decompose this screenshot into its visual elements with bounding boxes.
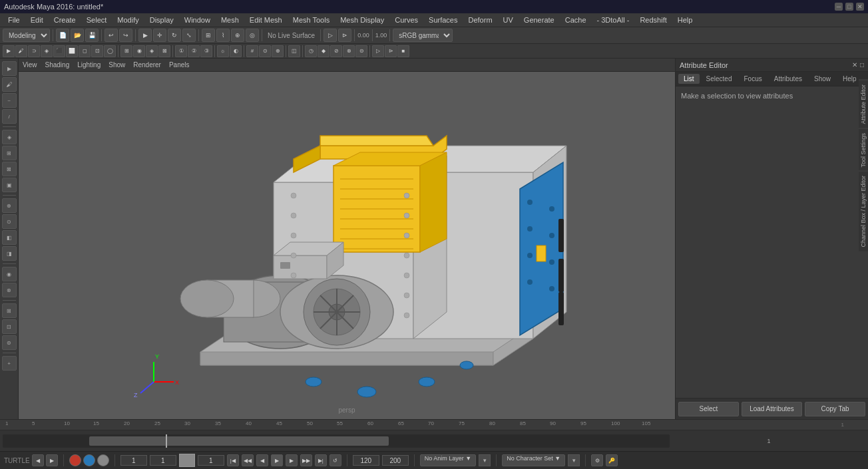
redo-button[interactable]: ↪	[119, 29, 132, 42]
move-tool-button[interactable]: ✛	[153, 29, 166, 42]
viewport-lighting-menu[interactable]: Lighting	[77, 61, 101, 69]
menu-create[interactable]: Create	[49, 15, 81, 25]
menu-edit[interactable]: Edit	[25, 15, 49, 25]
attr-tab-show[interactable]: Show	[809, 74, 836, 84]
menu-mesh-tools[interactable]: Mesh Tools	[288, 15, 335, 25]
ipr-button[interactable]: ⊳	[338, 29, 351, 42]
toolbar2-tex-btn[interactable]: ⊠	[158, 45, 170, 57]
attr-load-button[interactable]: Load Attributes	[742, 402, 802, 416]
anim-layer-dropdown[interactable]: No Anim Layer ▼	[420, 454, 476, 466]
lt-bottom-btn[interactable]: +	[2, 356, 17, 371]
anim-layer-opts-btn[interactable]: ▼	[479, 454, 491, 466]
attr-tab-attributes[interactable]: Attributes	[769, 74, 807, 84]
toolbar2-hud-btn[interactable]: ⊕	[272, 45, 284, 57]
lt-misc2-btn[interactable]: ⊡	[2, 319, 17, 334]
transport-range-start[interactable]	[353, 455, 379, 466]
lt-pivot-btn[interactable]: ⊙	[2, 214, 17, 229]
attr-tab-selected[interactable]: Selected	[701, 74, 738, 84]
toolbar2-shad3-btn[interactable]: ③	[200, 45, 212, 57]
swatch-blue[interactable]	[83, 454, 95, 466]
loop-btn[interactable]: ↺	[329, 454, 341, 466]
toolbar2-mute-btn[interactable]: ⊗	[343, 45, 355, 57]
lt-deform-btn[interactable]: ▣	[2, 178, 17, 192]
edge-tab-tool[interactable]: Tool Settings	[859, 128, 868, 172]
toolbar2-disable-btn[interactable]: ⊝	[355, 45, 367, 57]
toolbar2-edge-btn[interactable]: ⬜	[66, 45, 78, 57]
maximize-button[interactable]: □	[845, 3, 853, 11]
toolbar2-comp-btn[interactable]: ◈	[41, 45, 53, 57]
toolbar2-xray-btn[interactable]: ☼	[217, 45, 229, 57]
toolbar2-anim-btn[interactable]: ◷	[305, 45, 317, 57]
toolbar2-iso-btn[interactable]: ◫	[288, 45, 300, 57]
lt-select-btn[interactable]: ▶	[2, 61, 17, 76]
new-file-button[interactable]: 📄	[56, 29, 69, 42]
close-button[interactable]: ✕	[856, 3, 864, 11]
step-fwd-btn[interactable]: ▶▶	[300, 454, 312, 466]
transport-frame-input3[interactable]	[198, 455, 224, 466]
timeline-ruler[interactable]: 1 5 10 15 20 25 30 35 40 45 50 55 60 65 …	[0, 420, 868, 430]
lt-anno-btn[interactable]: ⊗	[2, 283, 17, 297]
attr-copy-button[interactable]: Copy Tab	[805, 402, 865, 416]
attr-tab-list[interactable]: List	[678, 74, 700, 84]
lt-nurbs-btn[interactable]: ⊞	[2, 146, 17, 160]
auto-key-btn[interactable]: 🔑	[606, 454, 618, 466]
viewport[interactable]: View Shading Lighting Show Renderer Pane…	[19, 59, 675, 419]
lt-subdiv-btn[interactable]: ⊠	[2, 162, 17, 176]
lt-measure-btn[interactable]: ◉	[2, 267, 17, 281]
gamma-dropdown[interactable]: sRGB gamma	[393, 29, 453, 42]
window-controls[interactable]: ─ □ ✕	[835, 3, 864, 11]
toolbar2-render2-btn[interactable]: ▷	[372, 45, 384, 57]
toolbar2-uv-btn[interactable]: ⊡	[91, 45, 103, 57]
select-tool-button[interactable]: ▶	[138, 29, 152, 42]
lt-cut-btn[interactable]: /	[2, 109, 17, 124]
lt-poly-btn[interactable]: ◈	[2, 130, 17, 144]
attr-tab-focus[interactable]: Focus	[738, 74, 767, 84]
toolbar2-cam-btn[interactable]: ⊙	[259, 45, 271, 57]
go-to-start-btn[interactable]: |◀	[227, 454, 239, 466]
transport-range-end[interactable]	[382, 455, 409, 466]
attr-float-btn[interactable]: □	[860, 61, 864, 69]
menu-file[interactable]: File	[3, 15, 25, 25]
toolbar2-lasso-btn[interactable]: ⊃	[28, 45, 40, 57]
toolbar2-vert-btn[interactable]: ◻	[79, 45, 91, 57]
prev-key-btn[interactable]: ◀	[256, 454, 268, 466]
next-key-btn[interactable]: ▶	[286, 454, 298, 466]
menu-edit-mesh[interactable]: Edit Mesh	[244, 15, 288, 25]
transport-frame-input2[interactable]	[150, 455, 176, 466]
menu-help[interactable]: Help	[672, 15, 698, 25]
timeline-track[interactable]	[3, 434, 670, 448]
toolbar2-shad1-btn[interactable]: ①	[175, 45, 187, 57]
toolbar2-face-btn[interactable]: ⬛	[53, 45, 65, 57]
step-back-btn[interactable]: ◀◀	[242, 454, 254, 466]
menu-uv[interactable]: UV	[498, 15, 519, 25]
toolbar2-break-btn[interactable]: ⊘	[330, 45, 342, 57]
mode-dropdown[interactable]: Modeling	[3, 29, 50, 42]
toolbar2-shad2-btn[interactable]: ②	[188, 45, 200, 57]
undo-button[interactable]: ↩	[105, 29, 118, 42]
toolbar2-paint-btn[interactable]: 🖌	[15, 45, 27, 57]
menu-3dtoall[interactable]: - 3DtoAll -	[592, 15, 635, 25]
attr-select-button[interactable]: Select	[678, 402, 739, 416]
lt-paint-btn[interactable]: 🖌	[2, 77, 17, 92]
toolbar2-wire-btn[interactable]: ⊞	[120, 45, 132, 57]
swatch-gray[interactable]	[97, 454, 109, 466]
menu-modify[interactable]: Modify	[112, 15, 144, 25]
menu-select[interactable]: Select	[81, 15, 112, 25]
layer-next-btn[interactable]: ▶	[46, 454, 58, 466]
minimize-button[interactable]: ─	[835, 3, 843, 11]
edge-tab-channel[interactable]: Channel Box / Layer Editor	[859, 171, 868, 251]
attr-close-btn[interactable]: ✕	[852, 61, 857, 69]
timeline-content[interactable]: 1	[0, 430, 868, 451]
menu-cache[interactable]: Cache	[560, 15, 592, 25]
viewport-renderer-menu[interactable]: Renderer	[133, 61, 161, 69]
toolbar2-stop-btn[interactable]: ■	[397, 45, 409, 57]
menu-deform[interactable]: Deform	[463, 15, 497, 25]
menu-redshift[interactable]: Redshift	[634, 15, 672, 25]
toolbar2-ipr2-btn[interactable]: ⊳	[385, 45, 397, 57]
toolbar2-obj-btn[interactable]: ◯	[104, 45, 116, 57]
scale-tool-button[interactable]: ⤡	[182, 29, 196, 42]
go-to-end-btn[interactable]: ▶|	[315, 454, 327, 466]
menu-display[interactable]: Display	[144, 15, 179, 25]
menu-surfaces[interactable]: Surfaces	[423, 15, 463, 25]
prefs-btn[interactable]: ⚙	[591, 454, 603, 466]
